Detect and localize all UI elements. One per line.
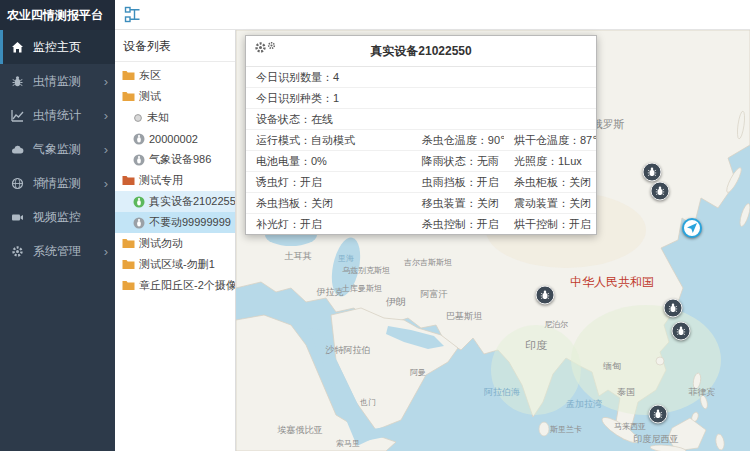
tree-toggle-icon[interactable] <box>124 6 141 23</box>
bug-icon <box>11 75 28 88</box>
tree-device-label: 气象设备986 <box>149 152 211 167</box>
globe-icon <box>11 177 28 190</box>
popup-cell: 移虫装置：关闭 <box>412 193 504 213</box>
folder-icon <box>122 91 135 102</box>
popup-row: 电池电量：0%降雨状态：无雨光照度：1Lux <box>246 151 596 172</box>
unknown-dot-icon <box>133 113 143 123</box>
sidebar-item-label: 气象监测 <box>33 141 81 158</box>
popup-row: 今日识别种类：1 <box>246 88 596 109</box>
folder-icon <box>122 175 135 186</box>
popup-cell: 补光灯：开启 <box>246 214 412 234</box>
device-status-icon <box>133 133 145 145</box>
video-icon <box>11 211 28 224</box>
tree-folder-label: 测试区域-勿删1 <box>139 257 215 272</box>
popup-header: 真实设备21022550 <box>246 36 596 67</box>
sidebar-item-0[interactable]: 监控主页 <box>0 30 115 64</box>
tree-device[interactable]: 不要动99999999 <box>115 212 235 233</box>
popup-row: 补光灯：开启杀虫控制：开启烘干控制：开启 <box>246 214 596 234</box>
sidebar-item-label: 监控主页 <box>33 39 81 56</box>
home-icon <box>11 41 28 54</box>
popup-cell: 虫雨挡板：开启 <box>412 172 504 192</box>
tree-device[interactable]: 未知 <box>115 107 235 128</box>
tree-folder-label: 章丘阳丘区-2个摄像头 <box>139 278 236 293</box>
popup-cell: 运行模式：自动模式 <box>246 130 412 150</box>
sidebar-item-3[interactable]: 气象监测› <box>0 132 115 166</box>
map-marker-device[interactable] <box>536 286 555 305</box>
popup-cell: 烘干仓温度：87℃ <box>504 130 596 150</box>
sidebar-item-label: 虫情监测 <box>33 73 81 90</box>
chevron-right-icon: › <box>104 245 108 258</box>
popup-cell: 震动装置：关闭 <box>504 193 596 213</box>
device-status-icon <box>133 217 145 229</box>
folder-icon <box>122 238 135 249</box>
chevron-right-icon: › <box>104 143 108 156</box>
popup-row: 运行模式：自动模式杀虫仓温度：90℃烘干仓温度：87℃ <box>246 130 596 151</box>
sidebar-item-2[interactable]: 虫情统计› <box>0 98 115 132</box>
app-title: 农业四情测报平台 <box>0 0 115 30</box>
tree-device[interactable]: 20000002 <box>115 128 235 149</box>
sidebar-item-5[interactable]: 视频监控 <box>0 200 115 234</box>
topbar <box>115 0 750 30</box>
map-marker-nav[interactable] <box>682 218 702 238</box>
popup-row: 杀虫挡板：关闭移虫装置：关闭震动装置：关闭 <box>246 193 596 214</box>
tree-device-label: 未知 <box>147 110 169 125</box>
tree-device-label: 不要动99999999 <box>149 215 231 230</box>
tree-device-label: 真实设备21022550 <box>149 194 236 209</box>
chevron-right-icon: › <box>104 75 108 88</box>
folder-icon <box>122 280 135 291</box>
tree-device-label: 20000002 <box>149 133 198 145</box>
tree-folder-label: 测试专用 <box>139 173 183 188</box>
sidebar-item-label: 墒情监测 <box>33 175 81 192</box>
popup-cell: 烘干控制：开启 <box>504 214 596 234</box>
popup-cell: 光照度：1Lux <box>504 151 596 171</box>
popup-device-name: 真实设备21022550 <box>370 44 471 58</box>
folder-icon <box>122 259 135 270</box>
device-list-title: 设备列表 <box>115 30 235 62</box>
tree-folder[interactable]: 测试专用 <box>115 170 235 191</box>
map-marker-device[interactable] <box>672 322 691 341</box>
popup-cell: 杀虫挡板：关闭 <box>246 193 412 213</box>
device-info-popup: 真实设备21022550 今日识别数量：4今日识别种类：1设备状态：在线运行模式… <box>245 35 597 235</box>
tree-folder-label: 测试 <box>139 89 161 104</box>
map-marker-device[interactable] <box>643 163 662 182</box>
tree-folder[interactable]: 章丘阳丘区-2个摄像头 <box>115 275 235 296</box>
gear-icon <box>11 245 28 258</box>
sidebar: 农业四情测报平台 监控主页虫情监测›虫情统计›气象监测›墒情监测›视频监控系统管… <box>0 0 115 451</box>
popup-row: 今日识别数量：4 <box>246 67 596 88</box>
chart-icon <box>11 109 28 122</box>
sidebar-item-4[interactable]: 墒情监测› <box>0 166 115 200</box>
popup-row: 设备状态：在线 <box>246 109 596 130</box>
popup-cell: 诱虫灯：开启 <box>246 172 412 192</box>
popup-row: 诱虫灯：开启虫雨挡板：开启杀虫柜板：关闭 <box>246 172 596 193</box>
chevron-right-icon: › <box>104 177 108 190</box>
map-marker-device[interactable] <box>664 299 683 318</box>
popup-rows: 今日识别数量：4今日识别种类：1设备状态：在线运行模式：自动模式杀虫仓温度：90… <box>246 67 596 234</box>
tree-folder[interactable]: 东区 <box>115 65 235 86</box>
folder-icon <box>122 70 135 81</box>
popup-cell: 杀虫柜板：关闭 <box>504 172 596 192</box>
device-list-panel: 设备列表 东区测试未知20000002气象设备986测试专用真实设备210225… <box>115 30 236 451</box>
tree-folder[interactable]: 测试区域-勿删1 <box>115 254 235 275</box>
chevron-right-icon: › <box>104 109 108 122</box>
tree-folder[interactable]: 测试 <box>115 86 235 107</box>
sidebar-item-label: 系统管理 <box>33 243 81 260</box>
settings-gears-icon[interactable] <box>254 41 276 54</box>
map-marker-device[interactable] <box>649 405 668 424</box>
popup-cell: 杀虫控制：开启 <box>412 214 504 234</box>
tree-device[interactable]: 气象设备986 <box>115 149 235 170</box>
map-marker-device[interactable] <box>651 182 670 201</box>
tree-folder-label: 东区 <box>139 68 161 83</box>
sidebar-item-1[interactable]: 虫情监测› <box>0 64 115 98</box>
popup-cell: 降雨状态：无雨 <box>412 151 504 171</box>
sidebar-item-6[interactable]: 系统管理› <box>0 234 115 268</box>
tree-folder-label: 测试勿动 <box>139 236 183 251</box>
device-tree: 东区测试未知20000002气象设备986测试专用真实设备21022550不要动… <box>115 62 235 296</box>
device-status-icon <box>133 154 145 166</box>
tree-device[interactable]: 真实设备21022550 <box>115 191 235 212</box>
popup-cell: 电池电量：0% <box>246 151 412 171</box>
sidebar-menu: 监控主页虫情监测›虫情统计›气象监测›墒情监测›视频监控系统管理› <box>0 30 115 268</box>
device-status-icon <box>133 196 145 208</box>
sidebar-item-label: 视频监控 <box>33 209 81 226</box>
weather-icon <box>11 143 28 156</box>
tree-folder[interactable]: 测试勿动 <box>115 233 235 254</box>
